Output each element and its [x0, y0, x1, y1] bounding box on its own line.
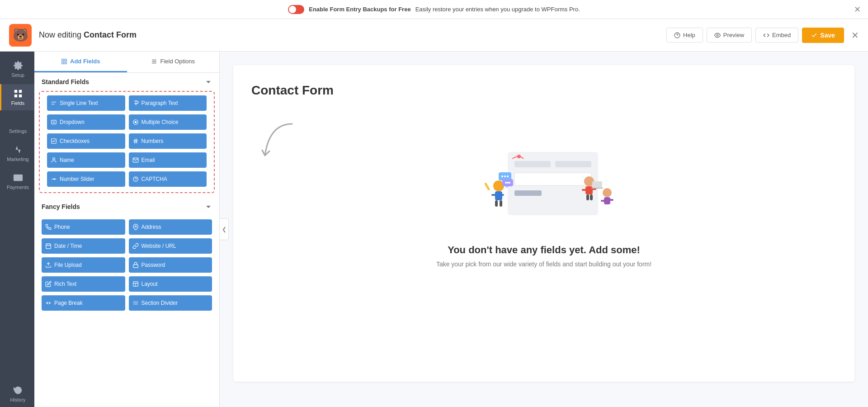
empty-state-illustration: [472, 125, 616, 233]
header-actions: Help Preview Embed Save ✕: [666, 28, 859, 43]
sidebar-item-settings[interactable]: Settings: [0, 112, 34, 138]
field-btn-layout[interactable]: Layout: [129, 276, 212, 292]
svg-rect-52: [514, 173, 591, 185]
field-btn-multiple-choice[interactable]: Multiple Choice: [129, 114, 207, 130]
sidebar-item-marketing[interactable]: Marketing: [0, 140, 34, 166]
field-btn-address[interactable]: Address: [129, 219, 212, 235]
help-button[interactable]: Help: [666, 28, 703, 43]
standard-fields-header[interactable]: Standard Fields: [34, 73, 219, 91]
field-btn-password[interactable]: Password: [129, 257, 212, 273]
field-btn-paragraph-text[interactable]: Paragraph Text: [129, 95, 207, 111]
gear-icon: [13, 61, 23, 71]
sidebar-setup-label: Setup: [11, 72, 24, 78]
field-btn-rich-text[interactable]: Rich Text: [42, 276, 125, 292]
svg-rect-56: [491, 194, 496, 196]
field-btn-dropdown[interactable]: Dropdown: [47, 114, 125, 130]
topbar-close-icon[interactable]: ✕: [854, 5, 861, 14]
save-button[interactable]: Save: [802, 28, 844, 43]
app-layout: Setup Fields Settings Marketing Payments…: [0, 52, 868, 407]
page-break-icon: [45, 300, 52, 306]
close-editor-button[interactable]: ✕: [851, 30, 859, 41]
field-btn-date-time[interactable]: Date / Time: [42, 238, 125, 254]
user-icon: [51, 157, 57, 163]
field-btn-phone[interactable]: Phone: [42, 219, 125, 235]
svg-point-81: [507, 182, 509, 184]
embed-button[interactable]: Embed: [755, 28, 798, 43]
preview-button[interactable]: Preview: [707, 28, 752, 43]
svg-point-69: [603, 188, 612, 197]
sidebar-item-payments[interactable]: Payments: [0, 168, 34, 194]
svg-point-2: [717, 34, 718, 36]
svg-rect-57: [500, 194, 504, 196]
save-label: Save: [820, 32, 835, 39]
svg-rect-50: [514, 161, 551, 167]
save-checkmark-icon: [811, 32, 817, 38]
sidebar-history-label: History: [10, 397, 25, 402]
sidebar-fields-label: Fields: [11, 100, 24, 106]
svg-rect-66: [590, 194, 593, 200]
field-btn-page-break[interactable]: Page Break: [42, 295, 125, 311]
toggle-label: Enable Form Entry Backups for Free: [309, 6, 410, 13]
preview-icon: [714, 32, 721, 38]
field-btn-name[interactable]: Name: [47, 152, 125, 168]
svg-rect-40: [133, 265, 138, 267]
field-btn-file-upload[interactable]: File Upload: [42, 257, 125, 273]
layout-icon: [132, 281, 139, 287]
sidebar-item-setup[interactable]: Setup: [0, 56, 34, 82]
form-title: Contact Form: [251, 83, 836, 98]
link-icon: [132, 243, 139, 249]
backup-toggle[interactable]: [288, 5, 304, 14]
svg-point-83: [517, 155, 521, 158]
editing-prefix: Now editing: [39, 30, 81, 39]
fields-icon: [13, 89, 23, 99]
field-btn-section-divider[interactable]: Section Divider: [129, 295, 212, 311]
form-content: Contact Form: [233, 65, 854, 382]
field-btn-email[interactable]: Email: [129, 152, 207, 168]
svg-point-76: [504, 175, 506, 177]
fancy-fields-header[interactable]: Fancy Fields: [34, 198, 219, 216]
svg-rect-4: [19, 90, 21, 93]
svg-point-29: [53, 158, 55, 160]
marketing-icon: [13, 145, 23, 155]
address-icon: [132, 224, 139, 230]
field-btn-captcha[interactable]: CAPTCHA: [129, 171, 207, 187]
svg-point-33: [135, 180, 136, 181]
main-header: 🐻 Now editing Contact Form Help Preview …: [0, 19, 868, 52]
empty-state-subtext: Take your pick from our wide variety of …: [436, 260, 651, 268]
field-btn-numbers[interactable]: Numbers: [129, 133, 207, 149]
slider-icon: [51, 176, 57, 182]
field-btn-number-slider[interactable]: Number Slider: [47, 171, 125, 187]
form-canvas: ❮ Contact Form: [220, 52, 868, 407]
svg-rect-59: [500, 200, 502, 207]
standard-fields-title: Standard Fields: [42, 78, 89, 85]
svg-point-34: [135, 226, 137, 227]
svg-rect-15: [65, 62, 66, 64]
field-btn-website-url[interactable]: Website / URL: [129, 238, 212, 254]
rich-text-icon: [45, 281, 52, 287]
sidebar-item-history[interactable]: History: [0, 381, 34, 407]
field-btn-single-line-text[interactable]: Single Line Text: [47, 95, 125, 111]
empty-state: You don't have any fields yet. Add some!…: [251, 116, 836, 268]
svg-rect-58: [495, 200, 498, 207]
standard-fields-collapse-icon: [205, 78, 212, 85]
sidebar-item-fields[interactable]: Fields: [0, 84, 34, 110]
captcha-icon: [132, 176, 139, 182]
editing-title: Now editing Contact Form: [39, 30, 659, 40]
svg-rect-5: [14, 95, 17, 97]
field-btn-checkboxes[interactable]: Checkboxes: [47, 133, 125, 149]
fields-panel: Add Fields Field Options Standard Fields…: [34, 52, 220, 407]
svg-rect-62: [585, 186, 593, 194]
calendar-icon: [45, 243, 52, 249]
add-fields-tab-label: Add Fields: [70, 58, 100, 65]
standard-fields-grid: Single Line Text Paragraph Text Dropdown…: [39, 91, 215, 193]
embed-icon: [763, 32, 769, 38]
svg-rect-67: [592, 181, 602, 188]
fancy-fields-grid: Phone Address Date / Time Website / URL …: [34, 216, 219, 316]
svg-rect-6: [19, 95, 21, 97]
svg-rect-12: [62, 59, 64, 61]
tab-field-options[interactable]: Field Options: [127, 52, 220, 72]
sidebar-marketing-label: Marketing: [7, 156, 28, 162]
divider-icon: [132, 300, 139, 306]
collapse-sidebar-button[interactable]: ❮: [220, 218, 229, 240]
tab-add-fields[interactable]: Add Fields: [34, 52, 127, 72]
